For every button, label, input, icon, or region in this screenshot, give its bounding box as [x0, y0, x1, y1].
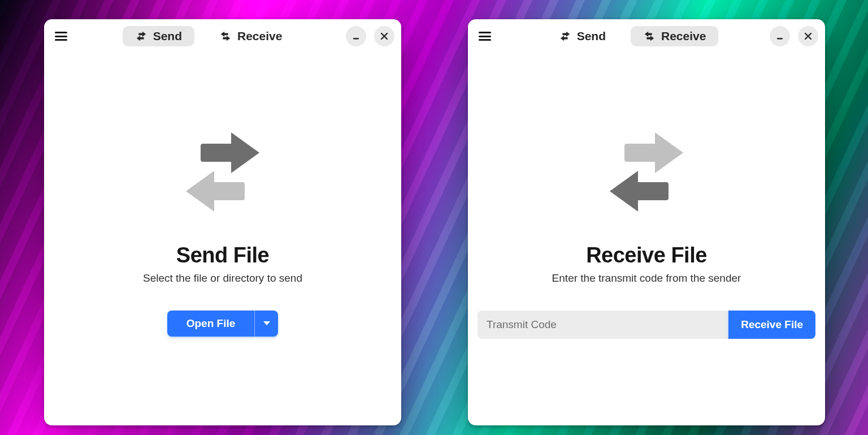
window-controls	[346, 26, 394, 46]
desktop-wallpaper: Send Receive	[0, 0, 868, 435]
transmit-code-input[interactable]	[478, 311, 728, 339]
close-icon	[804, 32, 812, 40]
transmit-code-row: Receive File	[478, 311, 815, 339]
tab-send[interactable]: Send	[123, 26, 194, 46]
tab-send-label: Send	[577, 29, 606, 43]
page-title: Send File	[176, 243, 269, 268]
tab-send-label: Send	[153, 29, 182, 43]
window-controls	[770, 26, 818, 46]
tab-receive[interactable]: Receive	[631, 26, 718, 46]
hamburger-menu-button[interactable]	[51, 26, 71, 46]
svg-rect-5	[633, 182, 669, 200]
svg-rect-1	[201, 144, 236, 162]
receive-file-button[interactable]: Receive File	[728, 311, 815, 339]
tabstrip: Send Receive	[76, 26, 341, 46]
close-button[interactable]	[374, 26, 394, 46]
chevron-down-icon	[263, 321, 271, 326]
send-content: Send File Select the file or directory t…	[44, 53, 401, 425]
receive-arrows-icon	[643, 31, 656, 41]
window-receive: Send Receive	[468, 19, 825, 425]
svg-rect-4	[624, 144, 659, 162]
hamburger-icon	[479, 32, 491, 41]
open-file-dropdown-button[interactable]	[254, 311, 278, 337]
send-arrows-icon	[135, 31, 147, 41]
tab-send[interactable]: Send	[546, 26, 618, 46]
page-subtitle: Enter the transmit code from the sender	[552, 272, 741, 285]
transfer-hero-icon	[175, 121, 271, 223]
svg-rect-3	[777, 38, 783, 40]
tab-receive-label: Receive	[237, 29, 282, 43]
titlebar: Send Receive	[44, 19, 401, 53]
page-subtitle: Select the file or directory to send	[143, 272, 302, 285]
transfer-hero-icon	[598, 121, 695, 223]
send-arrows-icon	[559, 31, 571, 41]
minimize-icon	[776, 32, 784, 40]
titlebar: Send Receive	[468, 19, 825, 53]
hamburger-menu-button[interactable]	[475, 26, 495, 46]
minimize-button[interactable]	[770, 26, 790, 46]
tab-receive[interactable]: Receive	[207, 26, 294, 46]
close-button[interactable]	[798, 26, 818, 46]
open-file-button[interactable]: Open File	[167, 311, 255, 337]
receive-arrows-icon	[219, 31, 232, 41]
arrow-right-icon	[624, 132, 683, 173]
arrow-left-icon	[610, 171, 669, 212]
minimize-button[interactable]	[346, 26, 366, 46]
svg-rect-2	[210, 182, 245, 200]
tab-receive-label: Receive	[661, 29, 706, 43]
tabstrip: Send Receive	[500, 26, 765, 46]
window-send: Send Receive	[44, 19, 401, 425]
close-icon	[380, 32, 388, 40]
receive-content: Receive File Enter the transmit code fro…	[468, 53, 825, 425]
hamburger-icon	[55, 32, 67, 41]
arrow-left-icon	[186, 171, 245, 212]
page-title: Receive File	[586, 243, 707, 268]
minimize-icon	[352, 32, 360, 40]
arrow-right-icon	[201, 132, 259, 173]
svg-rect-0	[353, 38, 359, 40]
open-file-split-button: Open File	[167, 311, 279, 337]
